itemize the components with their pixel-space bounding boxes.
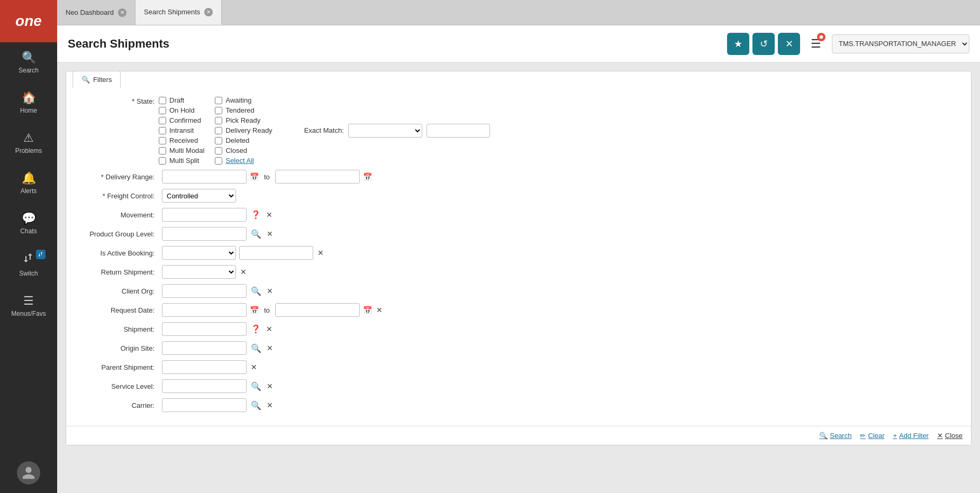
- shipment-clear-button[interactable]: ✕: [265, 325, 274, 333]
- origin-site-label: Origin Site:: [77, 344, 159, 352]
- client-org-clear-button[interactable]: ✕: [266, 287, 274, 295]
- shipment-help-button[interactable]: ❓: [250, 324, 262, 334]
- search-bottom-button[interactable]: 🔍 Search: [819, 432, 851, 440]
- client-org-input[interactable]: [162, 284, 247, 298]
- service-level-search-button[interactable]: 🔍: [250, 381, 262, 391]
- checkbox-input-delivery-ready[interactable]: [215, 127, 222, 134]
- sidebar-item-home[interactable]: 🏠 Home: [0, 83, 57, 123]
- checkbox-input-deleted[interactable]: [215, 137, 222, 144]
- shipment-input[interactable]: [162, 322, 247, 336]
- sidebar-item-search[interactable]: 🔍 Search: [0, 42, 57, 83]
- checkbox-on-hold[interactable]: On Hold: [159, 106, 204, 114]
- sidebar-item-menus[interactable]: ☰ Menus/Favs: [0, 286, 57, 326]
- checkbox-input-tendered[interactable]: [215, 107, 222, 114]
- checkbox-input-received[interactable]: [159, 137, 166, 144]
- request-date-clear-button[interactable]: ✕: [375, 306, 384, 314]
- carrier-clear-button[interactable]: ✕: [266, 401, 274, 409]
- checkbox-intransit[interactable]: Intransit: [159, 126, 204, 134]
- checkbox-input-draft[interactable]: [159, 97, 166, 104]
- add-filter-button[interactable]: + Add Filter: [893, 432, 929, 440]
- origin-site-clear-button[interactable]: ✕: [266, 344, 274, 352]
- calendar-request-to-icon[interactable]: 📅: [363, 306, 372, 314]
- checkbox-input-multi-split[interactable]: [159, 157, 166, 165]
- origin-site-search-button[interactable]: 🔍: [250, 343, 262, 353]
- checkbox-input-select-all[interactable]: [215, 157, 222, 165]
- origin-site-input[interactable]: [162, 341, 247, 355]
- user-avatar[interactable]: [17, 461, 40, 485]
- delivery-range-from-input[interactable]: [162, 170, 247, 184]
- checkbox-awaiting[interactable]: Awaiting: [215, 96, 272, 104]
- checkbox-multi-modal[interactable]: Multi Modal: [159, 147, 204, 154]
- close-bottom-button[interactable]: ✕ Close: [937, 432, 963, 440]
- checkbox-deleted[interactable]: Deleted: [215, 136, 272, 144]
- tab-bar: Neo Dashboard ✕ Search Shipments ✕: [57, 0, 980, 25]
- movement-row: Movement: ❓ ✕: [77, 208, 960, 222]
- checkbox-input-pick-ready[interactable]: [215, 117, 222, 124]
- product-group-level-search-button[interactable]: 🔍: [250, 229, 262, 239]
- freight-control-select[interactable]: Controlled Uncontrolled All: [162, 189, 236, 203]
- parent-shipment-clear-button[interactable]: ✕: [250, 363, 258, 371]
- bottom-bar: 🔍 Search ✏ Clear + Add Filter ✕ Close: [66, 426, 971, 445]
- sidebar-item-problems[interactable]: ⚠ Problems: [0, 123, 57, 163]
- close-bottom-icon: ✕: [937, 432, 943, 440]
- select-all-link[interactable]: Select All: [225, 157, 253, 165]
- app-logo[interactable]: one: [0, 0, 57, 42]
- checkbox-input-multi-modal[interactable]: [159, 147, 166, 154]
- refresh-button[interactable]: ↺: [752, 33, 775, 55]
- tab-search-shipments[interactable]: Search Shipments ✕: [135, 0, 222, 25]
- is-active-booking-input[interactable]: [239, 246, 313, 260]
- checkbox-pick-ready[interactable]: Pick Ready: [215, 116, 272, 124]
- return-shipment-clear-button[interactable]: ✕: [239, 268, 248, 276]
- close-page-button[interactable]: ✕: [778, 33, 800, 55]
- movement-clear-button[interactable]: ✕: [265, 211, 274, 219]
- user-role-select[interactable]: TMS.TRANSPORTATION_MANAGER: [832, 34, 969, 53]
- calendar-to-icon[interactable]: 📅: [363, 172, 372, 181]
- client-org-label: Client Org:: [77, 287, 159, 295]
- checkbox-confirmed[interactable]: Confirmed: [159, 116, 204, 124]
- delivery-range-to-input[interactable]: [275, 170, 360, 184]
- checkbox-input-closed[interactable]: [215, 147, 222, 154]
- star-button[interactable]: ★: [727, 33, 749, 55]
- service-level-input[interactable]: [162, 379, 247, 393]
- request-date-to-input[interactable]: [275, 303, 360, 317]
- delivery-range-row: Delivery Range: 📅 to 📅: [77, 170, 960, 184]
- calendar-request-from-icon[interactable]: 📅: [250, 306, 259, 314]
- tab-neo-dashboard[interactable]: Neo Dashboard ✕: [57, 0, 135, 25]
- movement-help-button[interactable]: ❓: [250, 210, 262, 220]
- checkbox-input-awaiting[interactable]: [215, 97, 222, 104]
- return-shipment-select[interactable]: Yes No: [162, 265, 236, 279]
- sidebar-item-label: Menus/Favs: [11, 310, 46, 317]
- client-org-search-button[interactable]: 🔍: [250, 286, 262, 296]
- sidebar-item-alerts[interactable]: 🔔 Alerts: [0, 163, 57, 203]
- request-date-from-input[interactable]: [162, 303, 247, 317]
- header-btn-group: ★ ↺ ✕: [727, 33, 800, 55]
- checkbox-received[interactable]: Received: [159, 136, 204, 144]
- clear-bottom-button[interactable]: ✏ Clear: [860, 432, 884, 440]
- checkbox-closed[interactable]: Closed: [215, 147, 272, 154]
- checkbox-tendered[interactable]: Tendered: [215, 106, 272, 114]
- product-group-level-clear-button[interactable]: ✕: [266, 230, 274, 238]
- carrier-search-button[interactable]: 🔍: [250, 400, 262, 410]
- calendar-from-icon[interactable]: 📅: [250, 172, 259, 181]
- is-active-booking-clear-button[interactable]: ✕: [316, 249, 325, 257]
- checkbox-input-confirmed[interactable]: [159, 117, 166, 124]
- exact-match-select[interactable]: Yes No: [348, 124, 422, 138]
- product-group-level-input[interactable]: [162, 227, 247, 241]
- search-icon: 🔍: [22, 51, 36, 65]
- tab-close-neo-dashboard[interactable]: ✕: [118, 8, 126, 17]
- is-active-booking-select[interactable]: Yes No: [162, 246, 236, 260]
- checkbox-draft[interactable]: Draft: [159, 96, 204, 104]
- checkbox-delivery-ready[interactable]: Delivery Ready: [215, 126, 272, 134]
- sidebar-item-chats[interactable]: 💬 Chats: [0, 203, 57, 243]
- parent-shipment-input[interactable]: [162, 360, 247, 374]
- movement-input[interactable]: [162, 208, 247, 222]
- checkbox-input-on-hold[interactable]: [159, 107, 166, 114]
- checkbox-multi-split[interactable]: Multi Split: [159, 157, 204, 165]
- tab-close-search-shipments[interactable]: ✕: [204, 8, 213, 16]
- checkbox-input-intransit[interactable]: [159, 127, 166, 134]
- filters-tab[interactable]: 🔍 Filters: [72, 71, 121, 88]
- carrier-input[interactable]: [162, 398, 247, 412]
- sidebar-item-switch[interactable]: Switch: [0, 243, 57, 286]
- service-level-clear-button[interactable]: ✕: [266, 382, 274, 390]
- exact-match-input[interactable]: [427, 124, 490, 138]
